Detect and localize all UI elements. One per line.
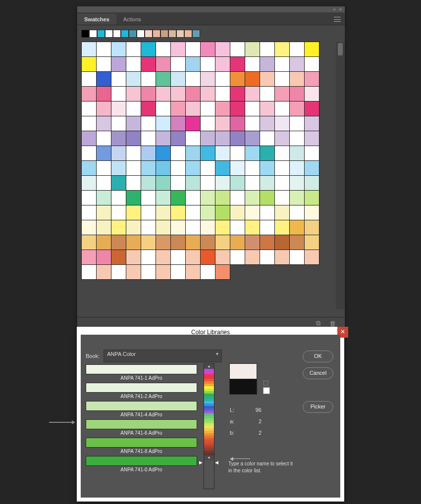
quick-swatch[interactable] xyxy=(97,30,105,38)
swatch-cell[interactable] xyxy=(215,101,230,116)
swatch-cell[interactable] xyxy=(126,220,141,235)
swatch-cell[interactable] xyxy=(230,146,245,161)
swatch-cell[interactable] xyxy=(260,191,275,205)
quick-swatch[interactable] xyxy=(137,30,145,38)
swatch-cell[interactable] xyxy=(215,116,230,131)
swatch-cell[interactable] xyxy=(186,220,201,235)
swatch-cell[interactable] xyxy=(111,101,126,116)
swatch-cell[interactable] xyxy=(97,131,111,146)
swatch-cell[interactable] xyxy=(186,101,201,116)
swatch-cell[interactable] xyxy=(201,191,215,205)
swatch-cell[interactable] xyxy=(245,57,260,72)
swatch-cell[interactable] xyxy=(156,42,171,57)
swatch-cell[interactable] xyxy=(141,205,156,220)
swatch-cell[interactable] xyxy=(201,131,215,146)
new-swatch-icon[interactable]: ⧉ xyxy=(316,319,320,327)
swatch-cell[interactable] xyxy=(201,250,215,265)
swatch-cell[interactable] xyxy=(290,101,305,116)
swatch-cell[interactable] xyxy=(260,250,275,265)
quick-swatch[interactable] xyxy=(121,30,129,38)
swatch-cell[interactable] xyxy=(290,250,305,265)
swatch-cell[interactable] xyxy=(290,146,305,161)
swatch-cell[interactable] xyxy=(111,176,126,191)
swatch-cell[interactable] xyxy=(275,72,290,87)
swatch-cell[interactable] xyxy=(156,101,171,116)
swatch-cell[interactable] xyxy=(245,176,260,191)
swatch-cell[interactable] xyxy=(305,235,319,250)
swatch-cell[interactable] xyxy=(111,235,126,250)
tab-swatches[interactable]: Swatches xyxy=(77,14,116,25)
swatch-cell[interactable] xyxy=(215,176,230,191)
swatch-cell[interactable] xyxy=(156,205,171,220)
swatch-cell[interactable] xyxy=(186,72,201,87)
swatch-cell[interactable] xyxy=(201,42,215,57)
swatch-cell[interactable] xyxy=(82,72,97,87)
swatch-cell[interactable] xyxy=(141,265,156,280)
swatch-cell[interactable] xyxy=(141,191,156,205)
swatch-cell[interactable] xyxy=(290,191,305,205)
swatch-cell[interactable] xyxy=(275,250,290,265)
swatch-cell[interactable] xyxy=(156,57,171,72)
swatch-cell[interactable] xyxy=(126,250,141,265)
swatch-cell[interactable] xyxy=(201,176,215,191)
swatch-cell[interactable] xyxy=(156,72,171,87)
color-list-item[interactable] xyxy=(86,401,197,411)
swatch-cell[interactable] xyxy=(186,116,201,131)
swatch-cell[interactable] xyxy=(111,146,126,161)
swatch-cell[interactable] xyxy=(126,131,141,146)
swatch-cell[interactable] xyxy=(201,235,215,250)
swatch-cell[interactable] xyxy=(111,265,126,280)
swatch-cell[interactable] xyxy=(305,42,319,57)
swatch-cell[interactable] xyxy=(230,116,245,131)
swatch-cell[interactable] xyxy=(141,57,156,72)
swatch-cell[interactable] xyxy=(171,131,186,146)
swatch-cell[interactable] xyxy=(230,235,245,250)
swatch-cell[interactable] xyxy=(230,101,245,116)
swatch-cell[interactable] xyxy=(305,131,319,146)
swatch-cell[interactable] xyxy=(305,146,319,161)
swatch-cell[interactable] xyxy=(215,220,230,235)
ok-button[interactable]: OK xyxy=(303,351,333,362)
swatch-cell[interactable] xyxy=(260,42,275,57)
swatch-cell[interactable] xyxy=(245,87,260,101)
swatch-cell[interactable] xyxy=(97,191,111,205)
swatch-cell[interactable] xyxy=(186,250,201,265)
swatch-cell[interactable] xyxy=(245,101,260,116)
swatch-cell[interactable] xyxy=(260,116,275,131)
swatch-cell[interactable] xyxy=(215,72,230,87)
swatch-cell[interactable] xyxy=(275,176,290,191)
swatch-cell[interactable] xyxy=(201,101,215,116)
collapse-icon[interactable]: « xyxy=(333,7,336,12)
gamut-swatch[interactable] xyxy=(263,387,270,394)
swatch-cell[interactable] xyxy=(82,235,97,250)
swatch-cell[interactable] xyxy=(97,250,111,265)
swatch-cell[interactable] xyxy=(186,161,201,176)
swatch-cell[interactable] xyxy=(186,87,201,101)
swatch-cell[interactable] xyxy=(111,72,126,87)
strip-down-icon[interactable]: ▾ xyxy=(204,455,214,460)
swatch-cell[interactable] xyxy=(97,220,111,235)
swatch-cell[interactable] xyxy=(156,250,171,265)
swatch-cell[interactable] xyxy=(305,116,319,131)
swatch-cell[interactable] xyxy=(171,205,186,220)
swatch-cell[interactable] xyxy=(201,116,215,131)
swatch-cell[interactable] xyxy=(111,220,126,235)
swatch-cell[interactable] xyxy=(82,205,97,220)
quick-swatch[interactable] xyxy=(145,30,153,38)
color-list-item[interactable] xyxy=(86,364,197,374)
swatch-cell[interactable] xyxy=(290,176,305,191)
swatch-cell[interactable] xyxy=(245,235,260,250)
swatch-cell[interactable] xyxy=(126,146,141,161)
swatch-cell[interactable] xyxy=(111,57,126,72)
swatch-cell[interactable] xyxy=(171,57,186,72)
swatch-cell[interactable] xyxy=(111,87,126,101)
quick-swatch[interactable] xyxy=(113,30,121,38)
swatch-cell[interactable] xyxy=(305,101,319,116)
quick-swatch[interactable] xyxy=(153,30,160,38)
swatch-cell[interactable] xyxy=(171,220,186,235)
swatch-cell[interactable] xyxy=(126,191,141,205)
swatch-cell[interactable] xyxy=(290,131,305,146)
swatch-cell[interactable] xyxy=(230,250,245,265)
swatch-cell[interactable] xyxy=(290,161,305,176)
swatch-cell[interactable] xyxy=(82,265,97,280)
